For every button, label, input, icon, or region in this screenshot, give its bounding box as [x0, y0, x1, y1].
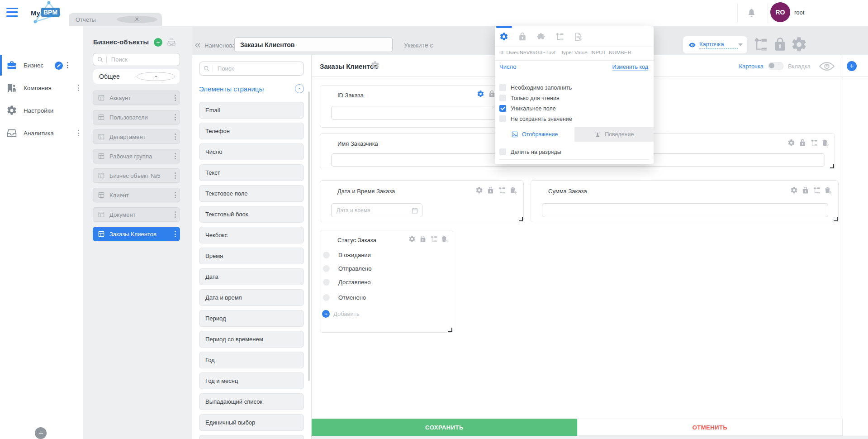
add-option-button[interactable]: Добавить	[322, 310, 359, 318]
page-element-item[interactable]: Дата	[199, 268, 304, 285]
structure-icon[interactable]	[753, 36, 768, 52]
toggle-tab-label[interactable]: Вкладка	[788, 63, 811, 70]
field-card-order-status[interactable]: Статус Заказа В ожидании Отправлено Дост…	[320, 230, 453, 333]
tab-display[interactable]: Отображение	[495, 127, 574, 142]
eye-icon[interactable]	[819, 62, 835, 71]
kebab-menu-icon[interactable]	[78, 130, 79, 136]
page-element-item-partial[interactable]	[199, 435, 304, 439]
checkbox[interactable]	[499, 95, 506, 101]
lock-icon[interactable]	[518, 32, 527, 41]
page-element-item[interactable]: Период со временем	[199, 331, 304, 348]
toggle-card-label[interactable]: Карточка	[739, 63, 763, 70]
business-object-item[interactable]: Бизнес объект №5	[93, 168, 180, 183]
hamburger-menu-icon[interactable]	[6, 8, 18, 17]
kebab-menu-icon[interactable]	[175, 114, 176, 120]
resize-handle[interactable]	[834, 217, 838, 221]
page-element-item[interactable]: Чекбокс	[199, 227, 304, 243]
structure-icon[interactable]	[430, 235, 437, 243]
kebab-menu-icon[interactable]	[175, 172, 176, 179]
structure-icon[interactable]	[810, 139, 818, 147]
gear-icon[interactable]	[408, 235, 416, 243]
page-element-item[interactable]: Год	[199, 352, 304, 368]
lock-icon[interactable]	[773, 36, 787, 52]
kebab-menu-icon[interactable]	[175, 134, 176, 140]
edit-code-link[interactable]: Изменить код	[612, 64, 648, 71]
field-input[interactable]	[331, 106, 515, 120]
gear-icon[interactable]	[499, 32, 508, 41]
delete-script-icon[interactable]	[821, 139, 829, 147]
page-element-item[interactable]: Единичный выбор	[199, 414, 304, 431]
status-option[interactable]: В ожидании	[323, 252, 371, 258]
kebab-menu-icon[interactable]	[67, 62, 68, 68]
gear-icon[interactable]	[791, 36, 807, 53]
sidebar-item-company[interactable]: Компания	[0, 79, 83, 96]
structure-icon[interactable]	[555, 32, 564, 41]
kebab-menu-icon[interactable]	[78, 85, 79, 91]
field-card-order-amount[interactable]: Сумма Заказа	[531, 180, 839, 222]
delete-script-icon[interactable]	[824, 186, 832, 194]
group-header-general[interactable]: Общее	[93, 69, 180, 84]
page-element-item[interactable]: Текстовое поле	[199, 185, 304, 202]
sidebar-item-business[interactable]: Бизнес	[0, 57, 83, 74]
checkbox-row[interactable]: Уникальное поле	[499, 103, 572, 114]
close-icon[interactable]: ✕	[117, 16, 158, 23]
user-avatar[interactable]: RO	[770, 2, 790, 22]
gear-icon[interactable]	[787, 139, 795, 147]
page-element-item[interactable]: Время	[199, 248, 304, 264]
lock-icon[interactable]	[487, 186, 494, 194]
collapse-panel-icon[interactable]	[194, 41, 202, 49]
delete-script-icon[interactable]	[509, 186, 517, 194]
business-object-item[interactable]: Документ	[93, 207, 180, 222]
radio-icon[interactable]	[323, 265, 330, 272]
checkbox-row[interactable]: Необходимо заполнить	[499, 82, 572, 93]
radio-icon[interactable]	[323, 279, 330, 286]
collapse-chevron-icon[interactable]	[295, 84, 304, 93]
page-element-item[interactable]: Дата и время	[199, 289, 304, 306]
gear-icon[interactable]	[477, 90, 484, 98]
cancel-button[interactable]: ОТМЕНИТЬ	[577, 419, 843, 436]
structure-icon[interactable]	[498, 186, 506, 194]
script-icon[interactable]	[574, 32, 583, 41]
status-option[interactable]: Доставлено	[323, 279, 371, 286]
radio-icon[interactable]	[323, 294, 330, 301]
business-object-item[interactable]: Клиент	[93, 188, 180, 202]
kebab-menu-icon[interactable]	[175, 192, 176, 198]
field-card-order-id[interactable]: ID Заказа	[320, 85, 525, 128]
radio-icon[interactable]	[323, 252, 330, 258]
lock-icon[interactable]	[802, 186, 809, 194]
status-option[interactable]: Отменено	[323, 294, 366, 301]
page-element-item[interactable]: Email	[199, 102, 304, 119]
add-tab-button[interactable]	[847, 61, 857, 71]
notifications-bell-icon[interactable]	[746, 7, 757, 18]
open-document-tab[interactable]: Отчеты ✕	[69, 13, 162, 26]
checkbox-row[interactable]: Делить на разряды	[499, 147, 561, 157]
gear-icon[interactable]	[370, 61, 380, 70]
kebab-menu-icon[interactable]	[175, 153, 176, 159]
elements-search-input[interactable]	[217, 65, 300, 72]
page-element-item[interactable]: Телефон	[199, 123, 304, 139]
business-objects-search-input[interactable]	[110, 56, 176, 63]
business-object-item[interactable]: Аккаунт	[93, 91, 180, 105]
business-object-item[interactable]: Департамент	[93, 129, 180, 144]
status-option[interactable]: Отправлено	[323, 265, 371, 272]
scrollbar[interactable]	[308, 91, 310, 381]
gear-icon[interactable]	[790, 186, 798, 194]
tab-behavior[interactable]: Поведение	[574, 127, 654, 142]
calendar-icon[interactable]	[411, 207, 418, 214]
puzzle-icon[interactable]	[536, 32, 545, 41]
checkbox[interactable]	[499, 84, 506, 91]
checkbox-row[interactable]: Только для чтения	[499, 93, 572, 103]
business-objects-search[interactable]	[93, 53, 180, 66]
kebab-menu-icon[interactable]	[175, 95, 176, 101]
checkbox[interactable]	[499, 148, 506, 155]
page-element-item[interactable]: Текстовый блок	[199, 206, 304, 223]
card-tab-toggle[interactable]	[768, 62, 783, 70]
delete-script-icon[interactable]	[441, 235, 448, 243]
collapse-chevron-icon[interactable]	[137, 72, 175, 81]
datetime-picker[interactable]: Дата и время	[331, 203, 422, 217]
save-button[interactable]: СОХРАНИТЬ	[312, 419, 577, 436]
view-selector-dropdown[interactable]: Карточка	[683, 36, 747, 53]
gear-icon[interactable]	[475, 186, 483, 194]
business-object-item-selected[interactable]: Заказы Клиентов	[93, 227, 180, 241]
lock-icon[interactable]	[419, 235, 427, 243]
